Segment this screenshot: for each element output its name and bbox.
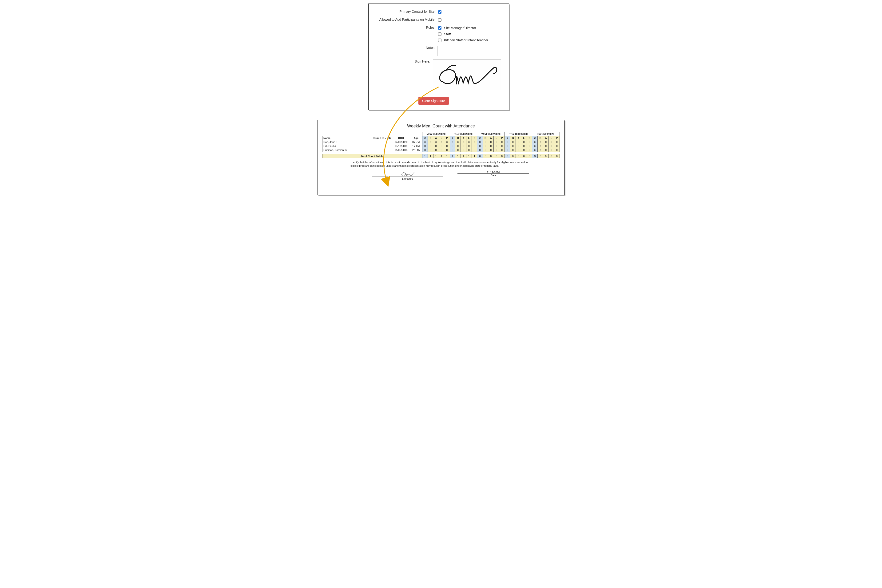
meal-cell: 0 — [521, 140, 527, 144]
meal-cell: 0 — [554, 148, 560, 152]
slot-header: P — [527, 136, 532, 140]
report-title: Weekly Meal Count with Attendance — [322, 124, 560, 129]
totals-cell: 1 — [439, 154, 444, 158]
date-label: Date — [457, 173, 529, 177]
slot-header: B — [482, 136, 488, 140]
meal-cell: X — [461, 140, 466, 144]
meal-cell: 0 — [510, 148, 515, 152]
meal-cell: 0 — [439, 148, 444, 152]
meal-cell: 0 — [433, 144, 439, 148]
role-checkbox[interactable] — [438, 26, 442, 30]
primary-contact-label: Primary Contact for Site — [376, 10, 437, 14]
meal-cell: 0 — [510, 144, 515, 148]
settings-panel: Primary Contact for Site Allowed to Add … — [368, 3, 509, 110]
meal-cell: 0 — [472, 144, 477, 148]
meal-cell: 0 — [494, 144, 499, 148]
meal-cell: 0 — [422, 144, 428, 148]
certification-text: I certify that the information on this f… — [350, 160, 536, 168]
totals-row: Meal Count Totals11111111110000000000330… — [323, 154, 560, 158]
age-header: Age — [410, 136, 422, 140]
meal-cell: 0 — [466, 144, 472, 148]
meal-cell: 0 — [450, 148, 455, 152]
signature-pad[interactable] — [433, 60, 501, 90]
slot-header: # — [422, 136, 428, 140]
totals-cell: 0 — [515, 154, 521, 158]
totals-table: Meal Count Totals11111111110000000000330… — [322, 154, 560, 158]
role-checkbox[interactable] — [438, 33, 442, 36]
meal-cell: 0 — [482, 140, 488, 144]
meal-cell: 0 — [494, 140, 499, 144]
meal-cell: 0 — [549, 148, 554, 152]
meal-cell: 0 — [488, 148, 494, 152]
meal-cell: X — [532, 148, 538, 152]
slot-header: P — [444, 136, 450, 140]
meal-cell: X — [433, 140, 439, 144]
totals-cell: 1 — [444, 154, 450, 158]
meal-cell: X — [444, 140, 450, 144]
day-header: Thu 10/08/2020 — [505, 132, 532, 136]
meal-cell: 0 — [444, 144, 450, 148]
totals-cell: 3 — [538, 154, 543, 158]
row-roles: Roles Site Manager/DirectorStaffKitchen … — [376, 26, 501, 42]
slot-header: B — [455, 136, 461, 140]
meal-cell: 0 — [543, 144, 548, 148]
meal-cell: 0 — [554, 140, 560, 144]
role-label: Site Manager/Director — [444, 26, 476, 30]
mobile-checkbox[interactable] — [438, 18, 442, 22]
meal-cell: 0 — [527, 148, 532, 152]
meal-cell: 0 — [444, 148, 450, 152]
meal-cell: 0 — [505, 140, 510, 144]
meal-cell: 0 — [494, 148, 499, 152]
slot-header: A — [461, 136, 466, 140]
slot-header: L — [466, 136, 472, 140]
meal-cell: 0 — [422, 148, 428, 152]
totals-cell: 1 — [472, 154, 477, 158]
role-checkbox[interactable] — [438, 39, 442, 42]
totals-cell: 0 — [477, 154, 482, 158]
totals-cell: 1 — [466, 154, 472, 158]
meal-cell: X — [538, 140, 543, 144]
meal-cell: 0 — [515, 148, 521, 152]
slot-header: P — [499, 136, 505, 140]
report-panel: Weekly Meal Count with Attendance Mon 10… — [317, 120, 565, 195]
cell — [372, 140, 392, 144]
cell: Huffman, Norman 12 — [323, 148, 372, 152]
slot-header: B — [538, 136, 543, 140]
cell: 0Y 7M — [410, 140, 422, 144]
slot-header: B — [510, 136, 515, 140]
meal-cell: X — [532, 140, 538, 144]
cell: 11/05/2018 — [392, 148, 410, 152]
day-header: Mon 10/05/2020 — [422, 132, 450, 136]
slot-header: B — [428, 136, 433, 140]
notes-label: Notes — [376, 46, 437, 56]
meal-cell: 0 — [505, 148, 510, 152]
slot-header: L — [521, 136, 527, 140]
signature-date-row: Signature 11/19/2020 Date — [365, 171, 536, 180]
sign-here-label: Sign Here: — [376, 60, 433, 90]
totals-cell: 0 — [499, 154, 505, 158]
meal-cell: 0 — [515, 144, 521, 148]
meal-cell: 0 — [510, 140, 515, 144]
meal-cell: 0 — [543, 148, 548, 152]
notes-textarea[interactable] — [437, 46, 475, 56]
cell: 1Y 0M — [410, 144, 422, 148]
meal-cell: 0 — [515, 140, 521, 144]
clear-signature-button[interactable]: Clear Signature — [418, 97, 449, 105]
primary-contact-checkbox[interactable] — [438, 10, 442, 14]
table-row: Hill, Paul 409/13/20191Y 0M0000000000000… — [323, 144, 560, 148]
meal-cell: 0 — [521, 144, 527, 148]
totals-cell: 1 — [455, 154, 461, 158]
slot-header: # — [505, 136, 510, 140]
totals-cell: 1 — [461, 154, 466, 158]
meal-cell: 0 — [461, 148, 466, 152]
row-notes: Notes — [376, 46, 501, 56]
totals-cell: 0 — [488, 154, 494, 158]
cell — [372, 148, 392, 152]
role-label: Staff — [444, 32, 451, 36]
slot-header: # — [477, 136, 482, 140]
signature-column: Signature — [372, 171, 443, 180]
meal-cell: 0 — [466, 148, 472, 152]
table-row: Doe, Jane 802/09/20200Y 7MXXXXXXXXXX0000… — [323, 140, 560, 144]
totals-cell: 1 — [450, 154, 455, 158]
meal-cell: 0 — [499, 148, 505, 152]
